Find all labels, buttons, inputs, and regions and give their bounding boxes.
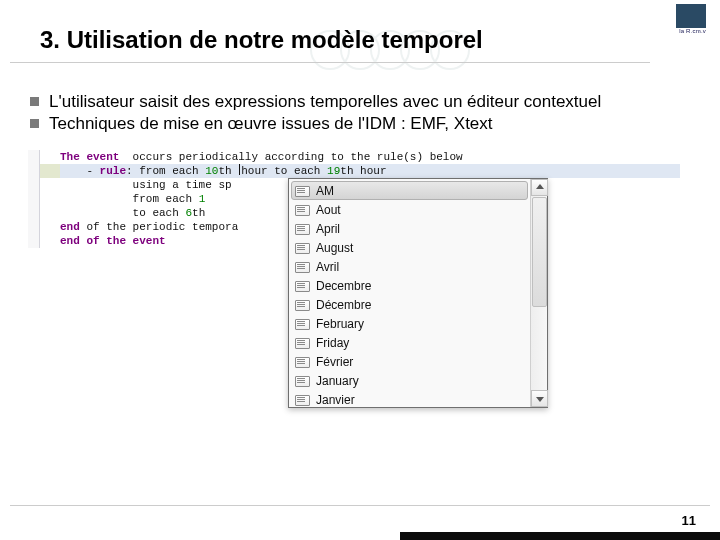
autocomplete-item[interactable]: February [289, 314, 530, 333]
bottom-strip [400, 532, 720, 540]
code-line: end of the periodic tempora [60, 220, 238, 234]
autocomplete-item[interactable]: Janvier [289, 390, 530, 407]
autocomplete-item[interactable]: August [289, 238, 530, 257]
bullet-list: L'utilisateur saisit des expressions tem… [30, 92, 601, 136]
autocomplete-item-label: February [316, 317, 364, 331]
code-line: from each 1 [60, 192, 205, 206]
autocomplete-item-label: Decembre [316, 279, 371, 293]
template-icon [295, 280, 310, 292]
code-line: to each 6th [60, 206, 205, 220]
autocomplete-item[interactable]: January [289, 371, 530, 390]
autocomplete-item-label: Avril [316, 260, 339, 274]
autocomplete-item-label: Décembre [316, 298, 371, 312]
autocomplete-item[interactable]: Février [289, 352, 530, 371]
slide-title: 3. Utilisation de notre modèle temporel [40, 26, 483, 54]
autocomplete-item[interactable]: Friday [289, 333, 530, 352]
autocomplete-item-label: Février [316, 355, 353, 369]
autocomplete-item-label: April [316, 222, 340, 236]
brand-logo: la R.cm.v [660, 4, 706, 34]
code-line: using a time sp [60, 178, 232, 192]
autocomplete-item-label: Aout [316, 203, 341, 217]
autocomplete-item[interactable]: April [289, 219, 530, 238]
autocomplete-item[interactable]: Décembre [289, 295, 530, 314]
autocomplete-list: AMAoutAprilAugustAvrilDecembreDécembreFe… [289, 179, 530, 407]
autocomplete-item-label: AM [316, 184, 334, 198]
template-icon [295, 356, 310, 368]
template-icon [295, 242, 310, 254]
footer-divider [10, 505, 710, 506]
autocomplete-item[interactable]: Aout [289, 200, 530, 219]
scroll-up-button[interactable] [531, 179, 548, 196]
scroll-thumb[interactable] [532, 197, 547, 307]
template-icon [295, 299, 310, 311]
scroll-down-button[interactable] [531, 390, 548, 407]
template-icon [295, 375, 310, 387]
bullet-item: Techniques de mise en œuvre issues de l'… [30, 114, 601, 134]
autocomplete-item[interactable]: AM [291, 181, 528, 200]
autocomplete-item-label: Friday [316, 336, 349, 350]
autocomplete-item-label: January [316, 374, 359, 388]
page-number: 11 [682, 513, 696, 528]
autocomplete-popup[interactable]: AMAoutAprilAugustAvrilDecembreDécembreFe… [288, 178, 548, 408]
autocomplete-item[interactable]: Decembre [289, 276, 530, 295]
template-icon [295, 185, 310, 197]
template-icon [295, 204, 310, 216]
template-icon [295, 223, 310, 235]
code-line: end of the event [60, 234, 166, 248]
autocomplete-item[interactable]: Avril [289, 257, 530, 276]
code-line-active: - rule: from each 10th hour to each 19th… [60, 164, 680, 178]
template-icon [295, 337, 310, 349]
code-line: The event occurs periodically according … [60, 150, 463, 164]
template-icon [295, 318, 310, 330]
autocomplete-item-label: Janvier [316, 393, 355, 407]
template-icon [295, 394, 310, 406]
template-icon [295, 261, 310, 273]
bullet-item: L'utilisateur saisit des expressions tem… [30, 92, 601, 112]
scrollbar[interactable] [530, 179, 547, 407]
autocomplete-item-label: August [316, 241, 353, 255]
title-divider [10, 62, 650, 63]
